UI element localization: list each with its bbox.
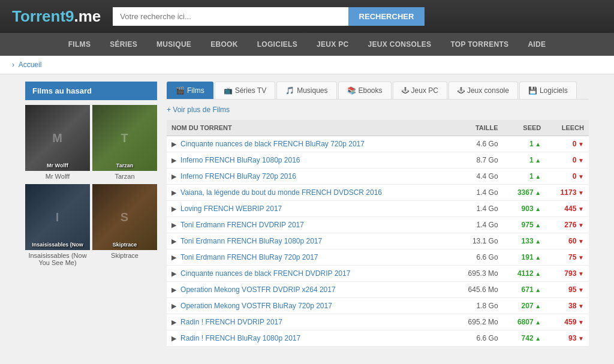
seed-arrow-icon: ▲ bbox=[534, 189, 541, 196]
movie-item[interactable]: IInsaisissables (NowInsaisissables (Now … bbox=[25, 184, 90, 268]
torrent-name-link[interactable]: Toni Erdmann FRENCH DVDRIP 2017 bbox=[180, 221, 304, 229]
tab-films[interactable]: 🎬Films bbox=[167, 82, 213, 99]
leech-arrow-icon: ▼ bbox=[576, 189, 584, 196]
seed-arrow-icon: ▲ bbox=[534, 238, 541, 245]
torrent-name-link[interactable]: Toni Erdmann FRENCH BluRay 720p 2017 bbox=[180, 253, 318, 261]
tab-label: Films bbox=[187, 86, 204, 95]
tab-logiciels[interactable]: 💾Logiciels bbox=[519, 82, 577, 99]
tab-label: Jeux PC bbox=[411, 86, 438, 95]
seed-arrow-icon: ▲ bbox=[534, 157, 541, 164]
torrent-size: 6.6 Go bbox=[452, 330, 502, 347]
movie-item[interactable]: TTarzanTarzan bbox=[92, 105, 157, 182]
leech-arrow-icon: ▼ bbox=[576, 335, 584, 342]
tab-musiques[interactable]: 🎵Musiques bbox=[276, 82, 336, 99]
torrent-seed: 3367 ▲ bbox=[503, 185, 546, 201]
torrent-name-link[interactable]: Inferno FRENCH BluRay 720p 2016 bbox=[180, 172, 296, 181]
torrent-size: 4.4 Go bbox=[452, 169, 502, 185]
breadcrumb-link[interactable]: Accueil bbox=[19, 61, 42, 69]
leech-arrow-icon: ▼ bbox=[576, 141, 584, 148]
nav-item-top-torrents[interactable]: TOP TORRENTS bbox=[441, 33, 518, 56]
torrent-name-link[interactable]: Radin ! FRENCH BluRay 1080p 2017 bbox=[180, 334, 300, 342]
tab-label: Séries TV bbox=[235, 86, 266, 95]
leech-arrow-icon: ▼ bbox=[576, 238, 584, 245]
logo[interactable]: Torrent9.me bbox=[12, 7, 101, 26]
movie-item[interactable]: SSkiptraceSkiptrace bbox=[92, 184, 157, 268]
nav-item-jeux-pc[interactable]: JEUX PC bbox=[307, 33, 358, 56]
tab-icon: 🕹 bbox=[402, 86, 409, 95]
torrent-leech: 459 ▼ bbox=[546, 314, 589, 330]
torrent-size: 1.4 Go bbox=[452, 201, 502, 217]
table-row: ▶ Inferno FRENCH BluRay 1080p 20168.7 Go… bbox=[167, 152, 589, 169]
film-icon: ▶ bbox=[171, 318, 178, 326]
nav-item-ebook[interactable]: EBOOK bbox=[201, 33, 248, 56]
main-content: Films au hasard MMr WolffMr WolffTTarzan… bbox=[13, 74, 601, 354]
search-form: RECHERCHER bbox=[113, 7, 425, 26]
logo-text: Torrent9 bbox=[12, 7, 74, 25]
table-col-nom-du-torrent: NOM DU TORRENT bbox=[167, 120, 452, 136]
film-icon: ▶ bbox=[171, 254, 178, 261]
seed-arrow-icon: ▲ bbox=[534, 335, 541, 342]
film-icon: ▶ bbox=[171, 286, 178, 293]
nav-item-films[interactable]: FILMS bbox=[59, 33, 101, 56]
torrent-name-link[interactable]: Vaiana, la légende du bout du monde FREN… bbox=[180, 188, 382, 197]
nav-item-logiciels[interactable]: LOGICIELS bbox=[248, 33, 307, 56]
tab-ebooks[interactable]: 📚Ebooks bbox=[338, 82, 392, 99]
table-row: ▶ Loving FRENCH WEBRIP 20171.4 Go903 ▲44… bbox=[167, 201, 589, 217]
film-icon: ▶ bbox=[171, 221, 178, 228]
torrent-name-link[interactable]: Toni Erdmann FRENCH BluRay 1080p 2017 bbox=[180, 237, 322, 245]
torrent-size: 13.1 Go bbox=[452, 233, 502, 249]
tab-label: Jeux console bbox=[467, 86, 509, 95]
torrent-seed: 742 ▲ bbox=[503, 330, 546, 347]
seed-arrow-icon: ▲ bbox=[534, 173, 541, 180]
leech-arrow-icon: ▼ bbox=[576, 254, 584, 261]
torrent-leech: 75 ▼ bbox=[546, 249, 589, 266]
torrent-name-link[interactable]: Radin ! FRENCH DVDRIP 2017 bbox=[180, 318, 282, 326]
seed-arrow-icon: ▲ bbox=[534, 287, 541, 293]
movie-label: Insaisissables (Now You See Me) bbox=[25, 250, 90, 268]
torrent-name-cell: ▶ Operation Mekong VOSTFR DVDRIP x264 20… bbox=[167, 282, 452, 298]
torrent-name-link[interactable]: Operation Mekong VOSTFR BluRay 720p 2017 bbox=[180, 302, 332, 310]
seed-arrow-icon: ▲ bbox=[534, 319, 541, 326]
see-more-link[interactable]: + Voir plus de Films bbox=[167, 106, 589, 114]
leech-arrow-icon: ▼ bbox=[576, 303, 584, 309]
torrent-name-link[interactable]: Operation Mekong VOSTFR DVDRIP x264 2017 bbox=[180, 285, 336, 294]
torrent-size: 695.3 Mo bbox=[452, 266, 502, 282]
torrent-name-cell: ▶ Cinquante nuances de black FRENCH DVDR… bbox=[167, 266, 452, 282]
torrent-name-cell: ▶ Operation Mekong VOSTFR BluRay 720p 20… bbox=[167, 298, 452, 314]
torrent-name-link[interactable]: Cinquante nuances de black FRENCH BluRay… bbox=[180, 140, 365, 148]
movie-poster: SSkiptrace bbox=[92, 184, 157, 250]
nav-item-series[interactable]: SÉRIES bbox=[100, 33, 147, 56]
movie-item[interactable]: MMr WolffMr Wolff bbox=[25, 105, 90, 182]
leech-arrow-icon: ▼ bbox=[576, 319, 584, 326]
table-row: ▶ Inferno FRENCH BluRay 720p 20164.4 Go1… bbox=[167, 169, 589, 185]
tab-jeux-console[interactable]: 🕹Jeux console bbox=[449, 82, 518, 99]
tab-séries-tv[interactable]: 📺Séries TV bbox=[215, 82, 275, 99]
torrent-name-cell: ▶ Cinquante nuances de black FRENCH BluR… bbox=[167, 136, 452, 152]
nav-item-jeux-consoles[interactable]: JEUX CONSOLES bbox=[359, 33, 441, 56]
tab-jeux-pc[interactable]: 🕹Jeux PC bbox=[393, 82, 447, 99]
table-row: ▶ Operation Mekong VOSTFR DVDRIP x264 20… bbox=[167, 282, 589, 298]
movie-label: Mr Wolff bbox=[25, 171, 90, 182]
torrent-name-link[interactable]: Loving FRENCH WEBRIP 2017 bbox=[180, 204, 282, 213]
film-icon: ▶ bbox=[171, 189, 178, 196]
torrent-name-link[interactable]: Cinquante nuances de black FRENCH DVDRIP… bbox=[180, 269, 350, 278]
seed-arrow-icon: ▲ bbox=[534, 303, 541, 309]
search-input[interactable] bbox=[113, 7, 348, 26]
film-icon: ▶ bbox=[171, 335, 178, 342]
header: Torrent9.me RECHERCHER bbox=[0, 0, 614, 33]
table-row: ▶ Radin ! FRENCH BluRay 1080p 20176.6 Go… bbox=[167, 330, 589, 347]
torrent-name-link[interactable]: Inferno FRENCH BluRay 1080p 2016 bbox=[180, 156, 300, 164]
sidebar: Films au hasard MMr WolffMr WolffTTarzan… bbox=[25, 82, 157, 347]
film-icon: ▶ bbox=[171, 302, 178, 309]
torrent-leech: 0 ▼ bbox=[546, 152, 589, 169]
nav-item-aide[interactable]: AIDE bbox=[518, 33, 555, 56]
torrent-size: 1.8 Go bbox=[452, 298, 502, 314]
leech-arrow-icon: ▼ bbox=[576, 157, 584, 164]
search-button[interactable]: RECHERCHER bbox=[348, 7, 425, 26]
torrent-seed: 133 ▲ bbox=[503, 233, 546, 249]
movie-poster: MMr Wolff bbox=[25, 105, 90, 171]
torrent-leech: 60 ▼ bbox=[546, 233, 589, 249]
nav-item-musique[interactable]: MUSIQUE bbox=[147, 33, 201, 56]
table-header: NOM DU TORRENTTAILLESEEDLEECH bbox=[167, 120, 589, 136]
table-row: ▶ Radin ! FRENCH DVDRIP 2017695.2 Mo6807… bbox=[167, 314, 589, 330]
